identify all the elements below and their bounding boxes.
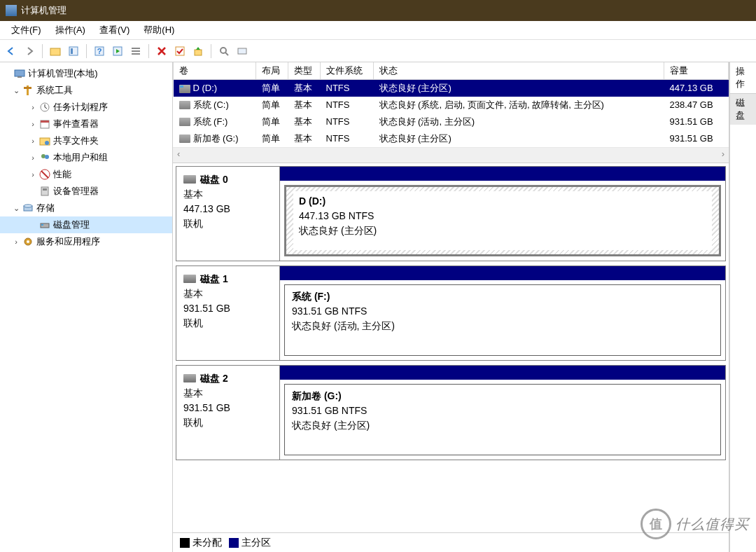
menu-view[interactable]: 查看(V) — [92, 21, 136, 39]
expand-icon[interactable]: › — [11, 237, 21, 246]
svg-rect-19 — [41, 120, 49, 123]
menu-file[interactable]: 文件(F) — [4, 21, 48, 39]
col-capacity[interactable]: 容量 — [664, 62, 729, 80]
disk-info: 磁盘 0基本447.13 GB联机 — [176, 167, 280, 261]
partition[interactable]: D (D:)447.13 GB NTFS状态良好 (主分区) — [284, 185, 721, 256]
volume-list[interactable]: 卷 布局 类型 文件系统 状态 容量 D (D:)简单基本NTFS状态良好 (主… — [173, 62, 729, 163]
svg-rect-7 — [132, 50, 140, 52]
svg-rect-30 — [41, 224, 43, 226]
expand-icon[interactable]: › — [28, 153, 38, 162]
back-button[interactable] — [3, 43, 20, 60]
partition[interactable]: 系统 (F:)931.51 GB NTFS状态良好 (活动, 主分区) — [284, 284, 721, 356]
tree-services[interactable]: › 服务和应用程序 — [0, 233, 172, 250]
svg-point-23 — [45, 155, 49, 159]
volume-table: 卷 布局 类型 文件系统 状态 容量 D (D:)简单基本NTFS状态良好 (主… — [173, 62, 729, 147]
collapse-icon[interactable]: ⌄ — [11, 86, 21, 95]
tree-label: 性能 — [53, 168, 71, 181]
disk-row[interactable]: 磁盘 2基本931.51 GB联机新加卷 (G:)931.51 GB NTFS状… — [176, 365, 726, 460]
forward-button[interactable] — [21, 43, 38, 60]
expand-icon[interactable]: › — [28, 137, 38, 145]
legend: 未分配 主分区 — [173, 532, 729, 552]
table-row[interactable]: 系统 (C:)简单基本NTFS状态良好 (系统, 启动, 页面文件, 活动, 故… — [174, 97, 729, 113]
toolbar-separator — [42, 44, 43, 58]
table-header-row: 卷 布局 类型 文件系统 状态 容量 — [174, 62, 729, 80]
disk-partitions: 新加卷 (G:)931.51 GB NTFS状态良好 (主分区) — [280, 366, 725, 460]
perf-icon — [39, 169, 50, 180]
action-item[interactable]: 磁盘 — [730, 94, 756, 125]
partition[interactable]: 新加卷 (G:)931.51 GB NTFS状态良好 (主分区) — [284, 384, 721, 455]
disk-graphic-area[interactable]: 磁盘 0基本447.13 GB联机D (D:)447.13 GB NTFS状态良… — [173, 163, 729, 533]
svg-rect-13 — [15, 70, 24, 76]
swatch-navy — [229, 538, 239, 548]
expand-icon[interactable]: › — [28, 170, 38, 179]
tools-icon — [22, 85, 34, 96]
tree-panel[interactable]: 计算机管理(本地) ⌄ 系统工具 › 任务计划程序 › 事件查看器 › 共享文件… — [0, 62, 173, 552]
check-icon[interactable] — [172, 43, 188, 60]
col-volume[interactable]: 卷 — [174, 62, 256, 80]
col-layout[interactable]: 布局 — [256, 62, 288, 80]
tree-shared[interactable]: › 共享文件夹 — [0, 132, 172, 149]
legend-label: 主分区 — [241, 537, 271, 548]
services-icon — [22, 236, 34, 247]
svg-point-11 — [220, 48, 226, 53]
svg-rect-2 — [71, 48, 73, 54]
properties-icon[interactable] — [65, 43, 82, 60]
menu-help[interactable]: 帮助(H) — [136, 21, 181, 39]
disk-info: 磁盘 1基本931.51 GB联机 — [176, 266, 280, 360]
expand-icon[interactable]: › — [28, 120, 38, 128]
svg-rect-0 — [50, 48, 60, 55]
disk-partitions: 系统 (F:)931.51 GB NTFS状态良好 (活动, 主分区) — [280, 266, 725, 360]
drive-icon — [183, 175, 196, 184]
svg-rect-25 — [41, 187, 48, 195]
expand-icon[interactable]: › — [28, 103, 38, 111]
event-icon — [39, 118, 50, 130]
up-icon[interactable] — [190, 43, 206, 60]
svg-rect-6 — [132, 48, 140, 49]
delete-icon[interactable] — [153, 43, 170, 60]
tree-localusers[interactable]: › 本地用户和组 — [0, 149, 172, 166]
horizontal-scrollbar[interactable] — [173, 147, 729, 163]
col-type[interactable]: 类型 — [288, 62, 321, 80]
disk-header-bar — [280, 167, 725, 181]
tree-label: 任务计划程序 — [53, 101, 108, 113]
folder-icon[interactable] — [47, 43, 64, 60]
tree-perf[interactable]: › 性能 — [0, 166, 172, 183]
svg-point-21 — [45, 141, 49, 145]
disk-row[interactable]: 磁盘 1基本931.51 GB联机系统 (F:)931.51 GB NTFS状态… — [176, 265, 726, 361]
toolbar-separator — [148, 44, 149, 58]
drive-icon — [179, 85, 190, 93]
help-icon[interactable]: ? — [91, 43, 108, 60]
tree-diskmgmt[interactable]: 磁盘管理 — [0, 216, 172, 233]
tree-label: 系统工具 — [36, 84, 73, 97]
col-status[interactable]: 状态 — [374, 62, 664, 80]
disk-row[interactable]: 磁盘 0基本447.13 GB联机D (D:)447.13 GB NTFS状态良… — [176, 166, 726, 261]
tree-label: 共享文件夹 — [53, 134, 99, 147]
menu-bar: 文件(F) 操作(A) 查看(V) 帮助(H) — [0, 21, 756, 40]
legend-label: 未分配 — [192, 537, 222, 548]
action-icon[interactable] — [109, 43, 126, 60]
table-row[interactable]: D (D:)简单基本NTFS状态良好 (主分区)447.13 GB — [174, 80, 729, 97]
drive-icon — [179, 101, 190, 109]
toolbar-separator — [86, 44, 87, 58]
tree-storage[interactable]: ⌄ 存储 — [0, 200, 172, 216]
svg-rect-8 — [132, 53, 140, 55]
svg-rect-14 — [18, 76, 22, 78]
disk-info: 磁盘 2基本931.51 GB联机 — [176, 366, 280, 460]
col-fs[interactable]: 文件系统 — [321, 62, 374, 80]
table-row[interactable]: 系统 (F:)简单基本NTFS状态良好 (活动, 主分区)931.51 GB — [174, 113, 729, 130]
settings-icon[interactable] — [234, 43, 251, 60]
table-row[interactable]: 新加卷 (G:)简单基本NTFS状态良好 (主分区)931.51 GB — [174, 130, 729, 147]
tree-eventvwr[interactable]: › 事件查看器 — [0, 116, 172, 132]
tree-systools[interactable]: ⌄ 系统工具 — [0, 82, 172, 99]
disk-header-bar — [280, 266, 725, 280]
folder-icon — [39, 135, 50, 146]
search-icon[interactable] — [216, 43, 232, 60]
collapse-icon[interactable]: ⌄ — [11, 204, 21, 213]
tree-tasksched[interactable]: › 任务计划程序 — [0, 99, 172, 116]
tree-label: 计算机管理(本地) — [28, 67, 98, 80]
menu-action[interactable]: 操作(A) — [48, 21, 92, 39]
svg-point-22 — [41, 154, 46, 158]
tree-devmgr[interactable]: 设备管理器 — [0, 183, 172, 200]
tree-root[interactable]: 计算机管理(本地) — [0, 65, 172, 82]
list-icon[interactable] — [127, 43, 144, 60]
